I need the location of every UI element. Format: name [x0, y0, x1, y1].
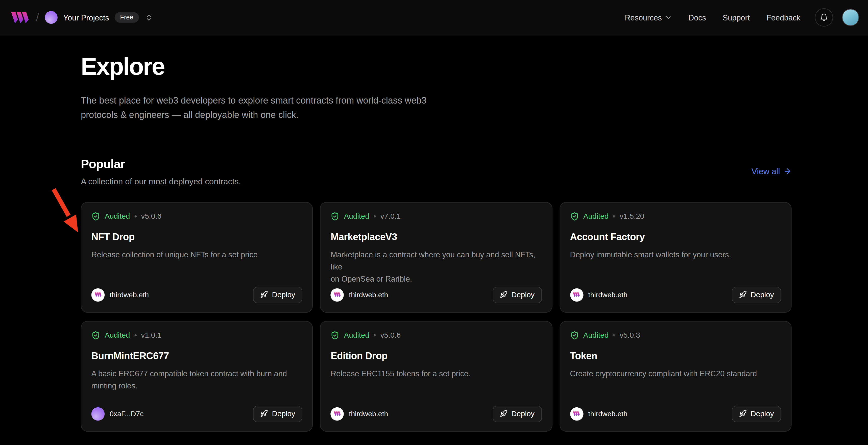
publisher-name[interactable]: thirdweb.eth: [588, 291, 627, 299]
card-badge-row: Audited v5.0.6: [91, 212, 303, 221]
publisher-avatar[interactable]: [331, 288, 344, 301]
page-subtitle: The best place for web3 developers to ex…: [81, 93, 792, 122]
contract-description-line: Marketplace is a contract where you can …: [331, 248, 542, 273]
deploy-label: Deploy: [511, 409, 534, 418]
contract-description-line: Release ERC1155 tokens for a set price.: [331, 367, 542, 379]
card-footer: thirdweb.eth Deploy: [570, 286, 781, 303]
project-name[interactable]: Your Projects: [63, 13, 109, 22]
contract-description-line: Deploy immutable smart wallets for your …: [570, 248, 781, 260]
page-subtitle-line1: The best place for web3 developers to ex…: [81, 93, 792, 107]
dot-separator: [613, 215, 615, 218]
contract-card-account-factory[interactable]: Audited v1.5.20 Account Factory Deploy i…: [560, 202, 792, 312]
publisher-avatar[interactable]: [570, 407, 583, 420]
arrow-right-icon: [783, 167, 792, 176]
rocket-icon: [260, 410, 268, 417]
version-label: v5.0.6: [380, 331, 401, 340]
thirdweb-mini-logo-icon: [573, 411, 580, 416]
view-all-link[interactable]: View all: [751, 167, 792, 176]
chevron-down-icon: [664, 14, 672, 21]
deploy-button[interactable]: Deploy: [732, 405, 781, 422]
popular-header: Popular A collection of our most deploye…: [81, 157, 792, 186]
dot-separator: [134, 334, 137, 337]
publisher-name[interactable]: thirdweb.eth: [349, 410, 388, 418]
deploy-label: Deploy: [272, 290, 295, 299]
contract-card-nft-drop[interactable]: Audited v5.0.6 NFT Drop Release collecti…: [81, 202, 313, 312]
popular-title: Popular: [81, 157, 241, 171]
contract-description: Deploy immutable smart wallets for your …: [570, 248, 781, 260]
version-label: v1.5.20: [620, 212, 644, 220]
card-footer: 0xaF...D7c Deploy: [91, 405, 303, 422]
deploy-button[interactable]: Deploy: [253, 286, 302, 303]
publisher-name[interactable]: 0xaF...D7c: [110, 410, 144, 418]
user-avatar[interactable]: [842, 9, 859, 26]
notifications-button[interactable]: [815, 8, 833, 27]
publisher-name[interactable]: thirdweb.eth: [349, 291, 388, 299]
project-switcher-button[interactable]: [145, 13, 153, 22]
rocket-icon: [500, 291, 507, 298]
publisher-avatar[interactable]: [91, 288, 105, 301]
publisher-name[interactable]: thirdweb.eth: [110, 291, 149, 299]
navbar-links: Resources Docs Support Feedback: [625, 13, 800, 22]
rocket-icon: [260, 291, 268, 298]
contract-description: Marketplace is a contract where you can …: [331, 248, 542, 285]
card-badge-row: Audited v1.5.20: [570, 212, 781, 221]
audited-badge: Audited: [104, 212, 130, 220]
version-label: v1.0.1: [141, 331, 161, 340]
nav-link-feedback[interactable]: Feedback: [767, 13, 801, 22]
contract-title: Token: [570, 350, 781, 362]
thirdweb-mini-logo-icon: [573, 292, 580, 297]
rocket-icon: [739, 410, 747, 417]
nav-link-docs[interactable]: Docs: [688, 13, 706, 22]
deploy-button[interactable]: Deploy: [492, 286, 541, 303]
nav-link-resources-label: Resources: [625, 13, 662, 22]
contract-card-burnminterc677[interactable]: Audited v1.0.1 BurnMintERC677 A basic ER…: [81, 321, 313, 432]
audited-badge: Audited: [344, 331, 369, 340]
dot-separator: [613, 334, 615, 337]
card-footer: thirdweb.eth Deploy: [91, 286, 303, 303]
thirdweb-logo-icon[interactable]: [11, 11, 30, 24]
publisher-avatar[interactable]: [91, 407, 105, 420]
nav-link-support[interactable]: Support: [723, 13, 750, 22]
view-all-label: View all: [751, 167, 780, 176]
project-avatar[interactable]: [45, 11, 58, 24]
card-badge-row: Audited v5.0.3: [570, 331, 781, 340]
top-navbar: / Your Projects Free Resources Docs Supp…: [0, 0, 868, 35]
deploy-button[interactable]: Deploy: [732, 286, 781, 303]
contract-description-line: minting roles.: [91, 379, 303, 391]
contract-card-edition-drop[interactable]: Audited v5.0.6 Edition Drop Release ERC1…: [320, 321, 552, 432]
contract-card-token[interactable]: Audited v5.0.3 Token Create cryptocurren…: [560, 321, 792, 432]
main-content: Explore The best place for web3 develope…: [0, 53, 868, 432]
contract-description: A basic ERC677 compatible token contract…: [91, 367, 303, 391]
shield-check-icon: [91, 331, 100, 340]
contract-title: MarketplaceV3: [331, 231, 542, 243]
thirdweb-mini-logo-icon: [94, 292, 101, 297]
deploy-label: Deploy: [272, 409, 295, 418]
publisher-avatar[interactable]: [570, 288, 583, 301]
audited-badge: Audited: [104, 331, 130, 340]
nav-link-resources[interactable]: Resources: [625, 13, 672, 22]
publisher-name[interactable]: thirdweb.eth: [588, 410, 627, 418]
contract-title: Edition Drop: [331, 350, 542, 362]
deploy-label: Deploy: [511, 290, 534, 299]
audited-badge: Audited: [583, 212, 609, 220]
shield-check-icon: [91, 212, 100, 221]
contract-description-line: on OpenSea or Rarible.: [331, 273, 542, 285]
breadcrumb-separator: /: [36, 11, 39, 24]
dot-separator: [374, 215, 376, 218]
plan-badge[interactable]: Free: [115, 12, 139, 23]
publisher-avatar[interactable]: [331, 407, 344, 420]
deploy-label: Deploy: [750, 409, 774, 418]
deploy-button[interactable]: Deploy: [253, 405, 302, 422]
contract-card-marketplacev3[interactable]: Audited v7.0.1 MarketplaceV3 Marketplace…: [320, 202, 552, 312]
deploy-button[interactable]: Deploy: [492, 405, 541, 422]
card-badge-row: Audited v1.0.1: [91, 331, 303, 340]
bell-icon: [820, 13, 828, 22]
audited-badge: Audited: [583, 331, 609, 340]
version-label: v7.0.1: [380, 212, 401, 220]
shield-check-icon: [331, 212, 340, 221]
shield-check-icon: [570, 212, 579, 221]
card-footer: thirdweb.eth Deploy: [331, 286, 542, 303]
page: / Your Projects Free Resources Docs Supp…: [0, 0, 868, 445]
card-footer: thirdweb.eth Deploy: [570, 405, 781, 422]
contract-description-line: A basic ERC677 compatible token contract…: [91, 367, 303, 379]
